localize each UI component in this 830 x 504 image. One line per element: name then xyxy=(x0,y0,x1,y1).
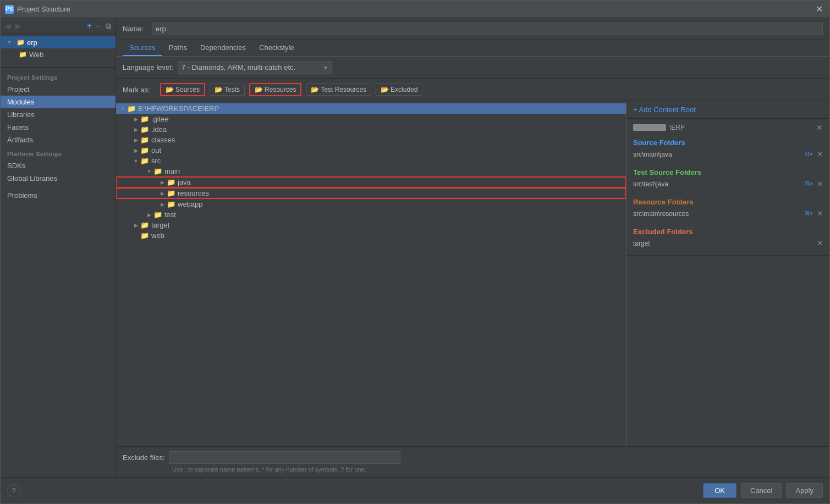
source-java-close-button[interactable]: ✕ xyxy=(817,150,823,158)
name-input[interactable] xyxy=(152,23,823,35)
content-root-close-button[interactable]: ✕ xyxy=(816,123,823,132)
module-tree: ▼ 📁 erp 📁 Web xyxy=(1,34,116,63)
tree-idea[interactable]: ▶ 📁 .idea xyxy=(116,124,626,135)
sidebar-item-sdks[interactable]: SDKs xyxy=(1,159,116,172)
tree-webapp[interactable]: ▶ 📁 webapp xyxy=(116,199,626,209)
tree-java[interactable]: ▶ 📁 java xyxy=(116,177,626,187)
out-icon: 📁 xyxy=(140,146,149,154)
tree-target[interactable]: ▶ 📁 target xyxy=(116,220,626,230)
tree-gitee[interactable]: ▶ 📁 .gitee xyxy=(116,114,626,124)
mark-resources-button[interactable]: 📂 Resources xyxy=(249,83,301,96)
web-label: web xyxy=(151,231,164,240)
nav-back-icon[interactable]: ◀ xyxy=(5,21,11,30)
mark-excluded-button[interactable]: 📂 Excluded xyxy=(376,84,422,96)
java-chevron: ▶ xyxy=(158,180,167,185)
sources-folder-icon: 📂 xyxy=(166,86,173,93)
exclude-files-label: Exclude files: xyxy=(123,453,165,462)
module-web[interactable]: 📁 Web xyxy=(1,48,116,60)
mark-excluded-label: Excluded xyxy=(391,86,417,93)
tree-classes[interactable]: ▶ 📁 classes xyxy=(116,135,626,145)
gitee-icon: 📁 xyxy=(140,115,149,123)
source-java-rx-button[interactable]: R× xyxy=(804,150,815,158)
resources-folder-icon: 📂 xyxy=(255,86,262,93)
mark-tests-button[interactable]: 📂 Tests xyxy=(210,84,245,96)
sidebar-item-modules[interactable]: Modules xyxy=(1,96,116,108)
mark-sources-label: Sources xyxy=(175,86,200,93)
source-folder-entry-java: src\main\java R× ✕ xyxy=(633,149,823,159)
sidebar-item-problems[interactable]: Problems xyxy=(1,189,116,202)
resource-rx-button[interactable]: R× xyxy=(804,209,815,218)
gitee-label: .gitee xyxy=(151,115,169,123)
module-detail-panel: Name: Sources Paths Dependencies Checkst… xyxy=(116,18,829,477)
content-root-path-suffix: \ERP xyxy=(669,124,685,131)
sidebar: ◀ ▶ + – ⧉ ▼ 📁 erp 📁 Web Project S xyxy=(1,18,116,477)
main-content-area: ◀ ▶ + – ⧉ ▼ 📁 erp 📁 Web Project S xyxy=(1,18,829,477)
test-icon: 📁 xyxy=(153,211,162,219)
tree-main[interactable]: ▼ 📁 main xyxy=(116,166,626,176)
tree-root[interactable]: ▼ 📁 E:\HFWORKSPACE\ERP xyxy=(116,103,626,114)
platform-settings-label: Platform Settings xyxy=(1,146,116,159)
resource-close-button[interactable]: ✕ xyxy=(817,209,823,218)
tab-checkstyle[interactable]: Checkstyle xyxy=(252,40,301,56)
mark-resources-label: Resources xyxy=(265,86,296,93)
tree-test[interactable]: ▶ 📁 test xyxy=(116,209,626,220)
add-module-button[interactable]: + xyxy=(87,21,92,30)
src-chevron: ▼ xyxy=(131,158,140,164)
exclude-files-input[interactable] xyxy=(169,451,400,464)
excluded-folder-entry-target: target ✕ xyxy=(633,238,823,248)
cancel-button[interactable]: Cancel xyxy=(741,483,782,498)
root-chevron: ▼ xyxy=(118,106,127,112)
tab-sources[interactable]: Sources xyxy=(123,40,162,56)
tab-paths[interactable]: Paths xyxy=(162,40,194,56)
tab-dependencies[interactable]: Dependencies xyxy=(194,40,252,56)
main-label: main xyxy=(164,167,180,175)
remove-module-button[interactable]: – xyxy=(96,21,101,30)
help-button[interactable]: ? xyxy=(7,484,20,497)
mark-test-resources-button[interactable]: 📂 Test Resources xyxy=(306,84,371,96)
tree-and-panel: ▼ 📁 E:\HFWORKSPACE\ERP ▶ 📁 .gitee ▶ xyxy=(116,101,829,446)
idea-chevron: ▶ xyxy=(131,127,140,132)
module-erp-chevron: ▼ xyxy=(5,40,14,45)
excluded-target-close-button[interactable]: ✕ xyxy=(817,239,823,247)
gitee-chevron: ▶ xyxy=(131,117,140,122)
module-erp[interactable]: ▼ 📁 erp xyxy=(1,36,116,48)
sidebar-item-global-libraries[interactable]: Global Libraries xyxy=(1,172,116,185)
java-folder-icon: 📁 xyxy=(167,178,175,186)
close-button[interactable]: ✕ xyxy=(813,4,825,15)
mark-test-resources-label: Test Resources xyxy=(321,86,366,93)
mark-sources-button[interactable]: 📂 Sources xyxy=(160,83,205,96)
sidebar-libraries-label: Libraries xyxy=(7,110,35,119)
sidebar-item-artifacts[interactable]: Artifacts xyxy=(1,134,116,146)
target-chevron: ▶ xyxy=(131,223,140,228)
copy-module-button[interactable]: ⧉ xyxy=(106,22,111,30)
ok-button[interactable]: OK xyxy=(703,483,736,498)
excluded-folder-icon: 📂 xyxy=(381,86,388,93)
tree-resources[interactable]: ▶ 📁 resources xyxy=(116,188,626,198)
name-bar: Name: xyxy=(116,18,829,40)
mark-as-bar: Mark as: 📂 Sources 📂 Tests 📂 Resources xyxy=(116,79,829,101)
tree-src[interactable]: ▼ 📁 src xyxy=(116,156,626,166)
source-folder-java-actions: R× ✕ xyxy=(804,150,823,158)
apply-button[interactable]: Apply xyxy=(786,483,823,498)
sidebar-item-facets[interactable]: Facets xyxy=(1,121,116,134)
language-level-select[interactable]: 7 - Diamonds, ARM, multi-catch etc. xyxy=(178,61,332,74)
test-java-close-button[interactable]: ✕ xyxy=(817,180,823,188)
web-icon: 📁 xyxy=(140,231,149,240)
java-label: java xyxy=(178,178,191,186)
settings-section: Project Settings Project Modules Librari… xyxy=(1,67,116,202)
tree-out[interactable]: ▶ 📁 out xyxy=(116,145,626,156)
bottom-bar: ? OK Cancel Apply xyxy=(1,477,829,503)
root-folder-icon: 📁 xyxy=(127,104,136,113)
sidebar-item-project[interactable]: Project xyxy=(1,83,116,96)
test-java-rx-button[interactable]: R× xyxy=(804,180,815,188)
sidebar-item-libraries[interactable]: Libraries xyxy=(1,108,116,121)
tree-web[interactable]: ▶ 📁 web xyxy=(116,230,626,241)
app-icon: PS xyxy=(5,5,14,14)
add-content-root-button[interactable]: + Add Content Root xyxy=(633,106,696,114)
resource-folder-actions: R× ✕ xyxy=(804,209,823,218)
nav-forward-icon[interactable]: ▶ xyxy=(15,21,21,30)
resource-folder-entry: src\main\resources R× ✕ xyxy=(633,208,823,219)
resource-folders-header: Resource Folders xyxy=(633,198,823,206)
excluded-folder-target-path: target xyxy=(633,240,650,247)
mark-tests-label: Tests xyxy=(224,86,240,93)
